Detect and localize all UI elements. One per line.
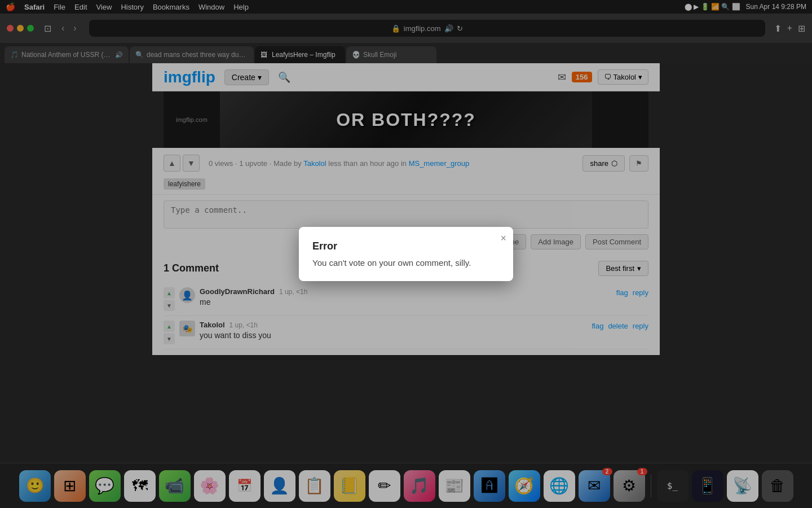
modal-overlay[interactable]: × Error You can't vote on your own comme…: [0, 0, 812, 508]
modal-message: You can't vote on your own comment, sill…: [312, 258, 500, 268]
error-modal: × Error You can't vote on your own comme…: [299, 227, 513, 281]
modal-close-button[interactable]: ×: [500, 233, 506, 244]
modal-title: Error: [312, 240, 500, 252]
